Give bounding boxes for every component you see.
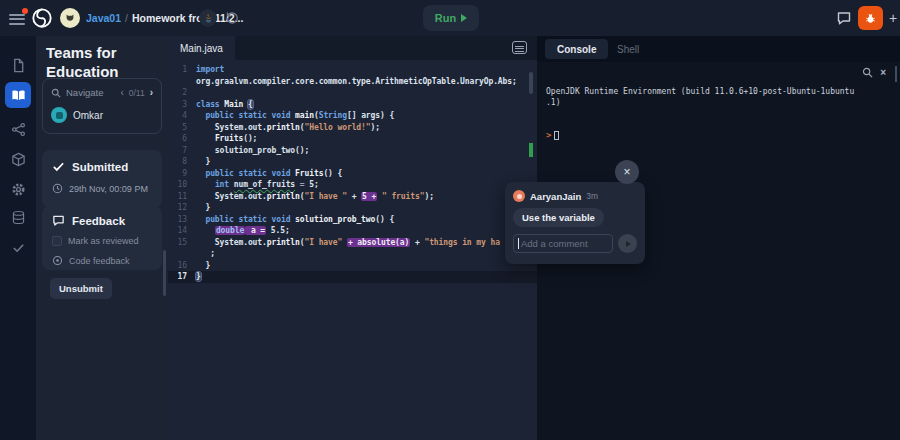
database-icon — [11, 210, 26, 225]
submitted-card: Submitted 29th Nov, 00:09 PM — [42, 150, 162, 208]
code-line[interactable]: 2 — [168, 87, 537, 99]
console-lines: OpenJDK Runtime Environment (build 11.0.… — [546, 87, 876, 108]
breadcrumb-owner[interactable]: Java01 — [86, 12, 121, 24]
code-line[interactable]: 9 public static void Fruits() { — [168, 168, 537, 180]
code-line[interactable]: 6 Fruits(); — [168, 133, 537, 145]
comment-input[interactable]: Add a comment — [513, 234, 613, 253]
editor-scrollbar[interactable] — [529, 72, 533, 94]
code-line[interactable]: 3class Main { — [168, 99, 537, 111]
search-icon — [51, 88, 61, 98]
console-line: .1) — [546, 98, 876, 109]
code-line[interactable]: ; — [168, 248, 537, 260]
submitted-label: Submitted — [72, 161, 128, 173]
panel-title: Teams for Education — [46, 44, 158, 82]
sidebar-item-database[interactable] — [5, 204, 31, 230]
line-number: 13 — [168, 214, 196, 226]
commenter-name: AaryanJain — [530, 191, 581, 202]
breadcrumb-separator: / — [125, 12, 128, 24]
comment-send-button[interactable] — [618, 234, 637, 253]
code-line[interactable]: 10 int num_of_fruits = 5; — [168, 179, 537, 191]
files-icon — [11, 58, 26, 73]
comment-popup: AaryanJain 3m Use the variable Add a com… — [505, 182, 645, 264]
code-text: public static void solution_prob_two() { — [196, 214, 394, 226]
line-number: 10 — [168, 179, 196, 191]
checks-icon — [11, 240, 26, 255]
user-avatar[interactable] — [60, 8, 80, 28]
line-number: 2 — [168, 87, 196, 99]
sidebar-item-settings[interactable] — [5, 176, 31, 202]
navigate-input[interactable]: Navigate — [66, 87, 115, 98]
code-line[interactable]: 15 System.out.println("I have" + absolut… — [168, 237, 537, 249]
code-text: } — [196, 156, 210, 168]
clock-icon — [52, 183, 63, 194]
unsubmit-button[interactable]: Unsubmit — [50, 278, 112, 299]
code-text: double a = 5.5; — [196, 225, 290, 237]
code-area[interactable]: 1importorg.graalvm.compiler.core.common.… — [168, 60, 537, 283]
console-output[interactable]: OpenJDK Runtime Environment (build 11.0.… — [546, 66, 876, 162]
sidebar-item-packages[interactable] — [5, 146, 31, 172]
tab-console[interactable]: Console — [545, 39, 608, 59]
mark-as-reviewed-checkbox[interactable] — [52, 236, 62, 246]
student-avatar — [51, 107, 67, 123]
mark-as-reviewed-label: Mark as reviewed — [68, 236, 139, 246]
education-icon — [11, 88, 26, 103]
code-text: ; — [196, 248, 215, 260]
code-line[interactable]: 14 double a = 5.5; — [168, 225, 537, 237]
feedback-label: Feedback — [72, 215, 125, 227]
code-text: } — [196, 271, 201, 283]
navigate-next-button[interactable]: › — [150, 87, 153, 98]
code-line[interactable]: 17} — [168, 271, 537, 283]
sidebar-scrollbar[interactable] — [163, 250, 166, 296]
line-number: 8 — [168, 156, 196, 168]
line-number: 7 — [168, 145, 196, 157]
sidebar-item-share[interactable] — [5, 116, 31, 142]
left-icon-rail — [0, 36, 36, 440]
code-line[interactable]: 12 } — [168, 202, 537, 214]
console-controls: × — [862, 67, 886, 78]
code-line[interactable]: 5 System.out.println("Hello world!"); — [168, 122, 537, 134]
run-play-icon — [461, 14, 467, 22]
feedback-card: Feedback Mark as reviewed Code feedback — [42, 206, 162, 270]
commenter-avatar — [513, 190, 525, 202]
new-repl-button[interactable]: + — [886, 8, 900, 28]
navigate-prev-button[interactable]: ‹ — [120, 87, 123, 98]
line-number: 12 — [168, 202, 196, 214]
editor-options-icon[interactable] — [512, 41, 527, 54]
code-line[interactable]: 1import — [168, 64, 537, 76]
code-line[interactable]: 13 public static void solution_prob_two(… — [168, 214, 537, 226]
line-number — [168, 76, 196, 88]
sidebar-item-education[interactable] — [5, 82, 31, 108]
code-line[interactable]: 16 } — [168, 260, 537, 272]
code-feedback-label[interactable]: Code feedback — [69, 256, 130, 266]
comment-close-button[interactable]: × — [615, 160, 639, 184]
chat-icon[interactable] — [836, 10, 852, 26]
code-line[interactable]: org.graalvm.compiler.core.common.type.Ar… — [168, 76, 537, 88]
run-button[interactable]: Run — [423, 5, 479, 31]
education-panel: Teams for Education Navigate ‹ 0/11 › Om… — [36, 36, 168, 440]
console-search-icon[interactable] — [862, 67, 873, 78]
code-text: System.out.println("I have" + absolute(a… — [196, 237, 500, 249]
console-scrollbar[interactable] — [895, 66, 897, 82]
code-text: Fruits(); — [196, 133, 257, 145]
history-icon[interactable] — [224, 10, 240, 26]
code-text: import — [196, 64, 224, 76]
code-line[interactable]: 8 } — [168, 156, 537, 168]
comment-message: Use the variable — [513, 208, 604, 227]
student-row[interactable]: Omkar — [51, 107, 153, 123]
console-prompt-row[interactable]: > — [546, 130, 876, 141]
console-clear-icon[interactable]: × — [880, 67, 886, 78]
sidebar-item-checks[interactable] — [5, 234, 31, 260]
code-line[interactable]: 4 public static void main(String[] args)… — [168, 110, 537, 122]
bug-report-button[interactable] — [858, 6, 883, 30]
student-name: Omkar — [73, 110, 103, 121]
tab-shell[interactable]: Shell — [605, 39, 651, 59]
code-line[interactable]: 7 solution_prob_two(); — [168, 145, 537, 157]
code-line[interactable]: 11 System.out.println("I have " + 5 + " … — [168, 191, 537, 203]
line-number: 16 — [168, 260, 196, 272]
packages-icon — [11, 152, 26, 167]
tab-main-java[interactable]: Main.java — [168, 36, 235, 60]
code-text: class Main { — [196, 99, 253, 111]
sidebar-item-files[interactable] — [5, 52, 31, 78]
hamburger-menu-icon[interactable] — [9, 11, 25, 24]
replit-logo[interactable] — [31, 7, 53, 29]
